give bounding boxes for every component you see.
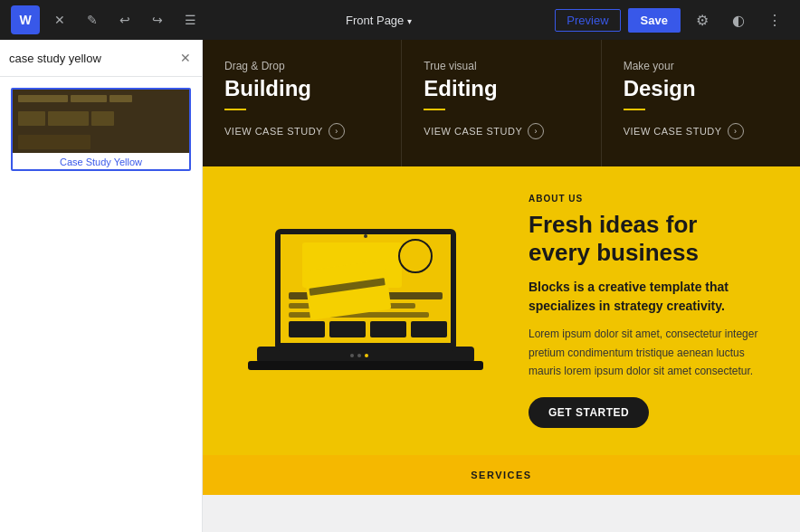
about-body: Lorem ipsum dolor sit amet, consectetur … [529, 325, 764, 380]
pencil-icon: ✎ [87, 13, 98, 27]
about-title: Fresh ideas for every business [529, 211, 764, 267]
svg-point-15 [350, 354, 354, 357]
contrast-icon: ◐ [732, 12, 745, 29]
pattern-label: Case Study Yellow [13, 153, 189, 169]
view-case-3-label: VIEW CASE STUDY [624, 126, 722, 137]
contrast-button[interactable]: ◐ [724, 5, 753, 34]
hero-card-editing: True visual Editing VIEW CASE STUDY › [402, 40, 601, 166]
redo-icon: ↪ [152, 13, 163, 27]
undo-button[interactable]: ↩ [112, 7, 138, 33]
sidebar-content: Case Study Yellow [0, 77, 202, 189]
hero-card-1-link[interactable]: VIEW CASE STUDY › [224, 123, 379, 139]
toolbar-center: Front Page [338, 10, 419, 31]
thumb-block-1 [18, 111, 45, 126]
close-button[interactable]: ✕ [47, 7, 72, 33]
main-area: ✕ [0, 40, 800, 532]
hero-cards: Drag & Drop Building VIEW CASE STUDY › T… [203, 40, 800, 166]
pattern-item-case-study-yellow[interactable]: Case Study Yellow [11, 88, 191, 171]
hero-card-3-title: Design [624, 76, 778, 101]
laptop-illustration [239, 202, 492, 419]
laptop-svg [239, 202, 492, 410]
hero-card-3-subtitle: Make your [624, 60, 778, 72]
settings-button[interactable]: ⚙ [688, 5, 717, 34]
more-button[interactable]: ⋮ [760, 5, 789, 34]
close-icon: ✕ [54, 13, 65, 27]
hero-card-2-link[interactable]: VIEW CASE STUDY › [424, 123, 578, 139]
sidebar: ✕ [0, 40, 203, 532]
thumb-block-2 [48, 111, 89, 126]
hero-card-2-title: Editing [424, 76, 578, 101]
svg-point-16 [357, 354, 361, 357]
page-title-button[interactable]: Front Page [338, 10, 419, 31]
thumb-block-3 [91, 111, 114, 126]
redo-button[interactable]: ↪ [145, 7, 170, 33]
undo-icon: ↩ [119, 13, 130, 27]
search-input[interactable] [9, 52, 178, 65]
about-eyebrow: ABOUT US [529, 194, 764, 204]
more-icon: ⋮ [767, 12, 782, 29]
svg-rect-9 [329, 321, 366, 337]
thumb-block-wide [18, 135, 90, 149]
toolbar-right: Preview Save ⚙ ◐ ⋮ [555, 5, 789, 34]
services-section: SERVICES [203, 455, 800, 495]
about-subtitle: Blocks is a creative template that speci… [529, 278, 764, 316]
save-button[interactable]: Save [628, 8, 681, 33]
svg-point-12 [399, 240, 432, 272]
pattern-thumbnail [13, 90, 189, 153]
menu-button[interactable]: ☰ [177, 7, 203, 33]
hero-card-3-link[interactable]: VIEW CASE STUDY › [624, 123, 778, 139]
hero-card-1-subtitle: Drag & Drop [224, 60, 379, 72]
hero-card-3-divider [624, 109, 645, 110]
view-case-1-circle: › [329, 123, 345, 139]
hero-card-2-divider [424, 109, 445, 110]
preview-button[interactable]: Preview [555, 9, 620, 32]
thumb-bar-1 [18, 95, 68, 102]
toolbar-left: W ✕ ✎ ↩ ↪ ☰ [11, 5, 203, 34]
canvas-area: Drag & Drop Building VIEW CASE STUDY › T… [203, 40, 800, 532]
hero-card-1-title: Building [224, 76, 379, 101]
about-section: ABOUT US Fresh ideas for every business … [203, 166, 800, 455]
page-title-label: Front Page [346, 14, 404, 27]
sidebar-search-bar: ✕ [0, 40, 202, 77]
menu-icon: ☰ [185, 13, 196, 27]
services-title: SERVICES [217, 470, 786, 480]
svg-rect-11 [411, 321, 447, 337]
svg-point-17 [365, 354, 368, 357]
svg-point-18 [364, 234, 367, 238]
hero-card-building: Drag & Drop Building VIEW CASE STUDY › [203, 40, 402, 166]
pencil-button[interactable]: ✎ [80, 7, 105, 33]
chevron-down-icon [407, 14, 412, 27]
hero-card-design: Make your Design VIEW CASE STUDY › [602, 40, 800, 166]
get-started-button[interactable]: GET STARTED [529, 397, 649, 428]
view-case-1-label: VIEW CASE STUDY [224, 126, 323, 137]
svg-rect-8 [289, 321, 325, 337]
view-case-2-circle: › [528, 123, 544, 139]
hero-section: Drag & Drop Building VIEW CASE STUDY › T… [203, 40, 800, 166]
thumb-bar-2 [71, 95, 107, 102]
settings-icon: ⚙ [696, 12, 709, 29]
svg-rect-10 [370, 321, 406, 337]
about-content: ABOUT US Fresh ideas for every business … [529, 194, 764, 428]
top-bar: W ✕ ✎ ↩ ↪ ☰ Front Page Preview Save ⚙ ◐ [0, 0, 800, 40]
svg-rect-1 [248, 361, 483, 370]
wp-logo[interactable]: W [11, 5, 40, 34]
hero-card-1-divider [224, 109, 246, 110]
hero-card-2-subtitle: True visual [424, 60, 578, 72]
view-case-3-circle: › [728, 123, 744, 139]
clear-search-button[interactable]: ✕ [178, 49, 193, 67]
view-case-2-label: VIEW CASE STUDY [424, 126, 522, 137]
thumb-bar-3 [110, 95, 132, 102]
